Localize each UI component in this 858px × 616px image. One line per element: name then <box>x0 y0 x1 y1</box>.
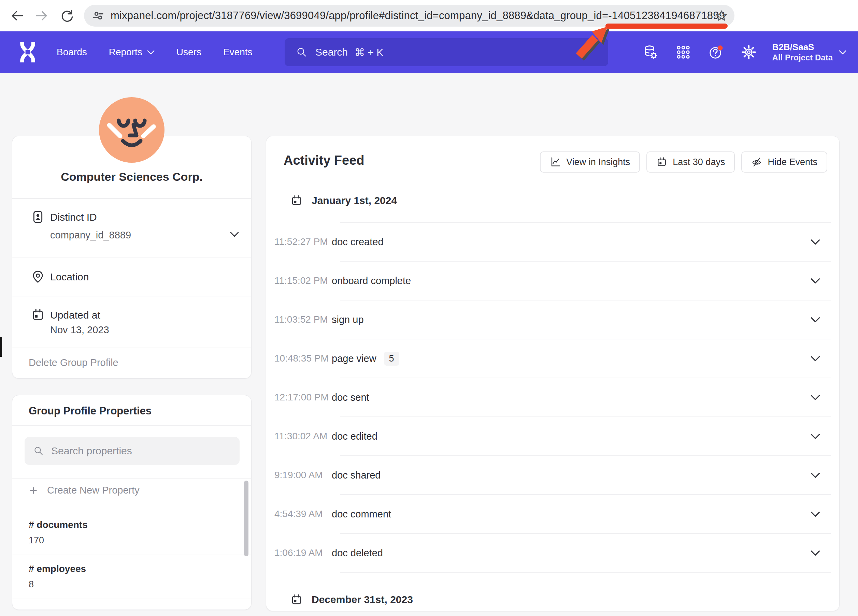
chevron-down-icon[interactable] <box>811 239 820 245</box>
feed-event-row[interactable]: 11:15:02 PM onboard complete <box>266 262 839 300</box>
divider <box>12 599 251 599</box>
global-search-input[interactable]: Search ⌘ + K <box>284 38 608 66</box>
site-info-icon[interactable] <box>93 10 104 21</box>
event-name: page view <box>332 353 376 364</box>
divider <box>12 425 251 426</box>
nav-item-users[interactable]: Users <box>176 47 201 57</box>
button-label: View in Insights <box>566 157 630 168</box>
view-in-insights-button[interactable]: View in Insights <box>540 151 640 172</box>
divider <box>12 348 251 348</box>
group-profile-card: Computer Sciences Corp. Distinct ID comp… <box>12 136 252 379</box>
calendar-icon <box>291 593 303 606</box>
app-header: Boards Reports Users Events Search ⌘ + K… <box>0 31 858 73</box>
divider <box>12 258 251 258</box>
group-properties-card: Group Profile Properties Create New Prop… <box>12 395 252 610</box>
create-new-property-label: Create New Property <box>47 485 140 496</box>
property-value: 8 <box>29 579 251 590</box>
browser-forward-button[interactable] <box>34 8 49 23</box>
nav-item-boards[interactable]: Boards <box>57 47 87 57</box>
chevron-down-icon[interactable] <box>811 433 820 439</box>
hide-events-button[interactable]: Hide Events <box>741 151 827 172</box>
browser-back-button[interactable] <box>9 8 25 23</box>
search-icon <box>33 446 44 456</box>
chevron-down-icon[interactable] <box>839 50 846 54</box>
row-divider <box>340 572 831 573</box>
event-name: doc deleted <box>332 548 383 559</box>
calendar-icon <box>656 157 667 168</box>
chevron-down-icon[interactable] <box>811 317 820 323</box>
apps-grid-icon[interactable] <box>675 44 691 60</box>
chevron-down-icon[interactable] <box>811 511 820 517</box>
url-prefix: mixpanel.com/project/3187769/view/369904… <box>110 9 608 22</box>
properties-scrollbar[interactable] <box>244 481 249 556</box>
calendar-icon <box>31 308 45 322</box>
address-bar[interactable]: mixpanel.com/project/3187769/view/369904… <box>84 5 734 26</box>
feed-event-row[interactable]: 4:54:39 AM doc comment <box>266 495 839 533</box>
browser-reload-button[interactable] <box>59 8 75 23</box>
event-time: 4:54:39 AM <box>266 509 323 520</box>
feed-event-row[interactable]: 9:19:00 AM doc shared <box>266 456 839 494</box>
search-icon <box>296 47 307 57</box>
chevron-down-icon[interactable] <box>811 472 820 478</box>
mixpanel-logo[interactable] <box>18 42 37 62</box>
data-management-icon[interactable] <box>643 44 658 60</box>
activity-feed-card: Activity Feed View in Insights Last 30 d… <box>266 136 839 611</box>
event-time: 11:52:27 PM <box>266 236 323 247</box>
project-selector[interactable]: B2B/SaaS All Project Data <box>773 42 833 63</box>
url-text: mixpanel.com/project/3187769/view/369904… <box>110 9 725 22</box>
chevron-down-icon[interactable] <box>811 356 820 362</box>
distinct-id-value: company_id_8889 <box>50 230 131 241</box>
feed-actions: View in Insights Last 30 days Hide Event… <box>540 151 827 172</box>
chevron-down-icon[interactable] <box>811 395 820 400</box>
help-icon[interactable] <box>708 44 724 60</box>
event-count-badge: 5 <box>384 352 399 366</box>
nav-item-reports[interactable]: Reports <box>109 47 155 57</box>
property-value: 170 <box>29 535 251 546</box>
feed-event-row[interactable]: 1:06:19 AM doc deleted <box>266 534 839 572</box>
property-item[interactable]: # employees 8 <box>12 555 251 599</box>
event-time: 9:19:00 AM <box>266 470 323 481</box>
location-label: Location <box>50 271 89 283</box>
settings-gear-icon[interactable] <box>741 44 757 60</box>
properties-list: # documents 170 # employees 8 <box>12 511 251 599</box>
feed-event-row[interactable]: 12:17:00 PM doc sent <box>266 378 839 416</box>
event-time: 10:48:35 PM <box>266 353 323 364</box>
create-new-property-button[interactable]: Create New Property <box>29 485 140 496</box>
chevron-down-icon <box>147 50 155 54</box>
chevron-down-icon[interactable] <box>811 550 820 556</box>
feed-groups: January 1st, 2024 11:52:27 PM doc create… <box>266 189 839 611</box>
feed-event-row[interactable]: 11:52:27 PM doc created <box>266 223 839 261</box>
header-actions: B2B/SaaS All Project Data <box>626 31 846 73</box>
distinct-id-label: Distinct ID <box>50 211 97 223</box>
event-name: doc created <box>332 236 384 248</box>
property-item[interactable]: # documents 170 <box>12 511 251 555</box>
chevron-down-icon[interactable] <box>230 231 239 237</box>
button-label: Hide Events <box>768 157 818 168</box>
event-time: 1:06:19 AM <box>266 548 323 559</box>
bookmark-star-icon[interactable] <box>715 9 727 22</box>
main-menu: Boards Reports Users Events <box>57 31 253 73</box>
properties-search-input[interactable] <box>51 445 228 457</box>
feed-event-row[interactable]: 11:03:52 PM sign up <box>266 301 839 339</box>
id-card-icon <box>31 210 45 224</box>
project-name: B2B/SaaS <box>773 42 833 53</box>
divider <box>12 296 251 296</box>
property-name: # employees <box>29 563 251 574</box>
screen-edge-artifact <box>0 337 2 357</box>
line-chart-icon <box>550 157 561 168</box>
event-time: 11:15:02 PM <box>266 275 323 286</box>
calendar-icon <box>291 194 303 207</box>
nav-item-events[interactable]: Events <box>223 47 253 57</box>
delete-group-profile-button[interactable]: Delete Group Profile <box>29 357 118 368</box>
feed-date-label: January 1st, 2024 <box>312 195 397 206</box>
properties-title: Group Profile Properties <box>29 405 152 417</box>
nav-item-label: Boards <box>57 47 87 57</box>
search-placeholder: Search <box>316 47 348 58</box>
chevron-down-icon[interactable] <box>811 278 820 284</box>
feed-event-row[interactable]: 11:30:02 AM doc edited <box>266 417 839 455</box>
project-scope: All Project Data <box>773 53 833 63</box>
date-range-button[interactable]: Last 30 days <box>647 151 735 172</box>
event-name: doc comment <box>332 509 391 520</box>
feed-event-row[interactable]: 10:48:35 PM page view 5 <box>266 339 839 378</box>
button-label: Last 30 days <box>673 157 725 168</box>
